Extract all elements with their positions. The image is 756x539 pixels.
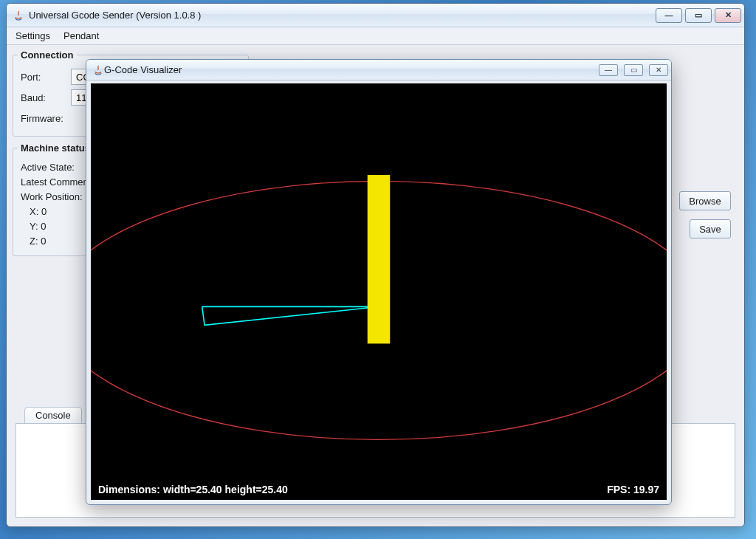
machine-status-legend: Machine status — [18, 143, 93, 154]
toolpath-svg — [91, 83, 667, 500]
save-button[interactable]: Save — [690, 219, 731, 238]
window-controls: — ▭ ✕ — [656, 8, 741, 23]
visualizer-canvas[interactable]: Dimensions: width=25.40 height=25.40 FPS… — [91, 83, 667, 500]
visualizer-window: G-Code Visualizer — ▭ ✕ Dimensions: widt… — [86, 59, 672, 505]
menu-pendant[interactable]: Pendant — [59, 29, 103, 43]
fps-readout: FPS: 19.97 — [607, 484, 659, 495]
menu-settings[interactable]: Settings — [11, 29, 55, 43]
bottom-tabs: Console — [24, 402, 82, 424]
file-buttons: Browse Save — [679, 191, 731, 238]
java-icon — [92, 64, 104, 76]
visualizer-minimize-button[interactable]: — — [599, 64, 618, 76]
close-button[interactable]: ✕ — [715, 8, 741, 23]
visualizer-titlebar[interactable]: G-Code Visualizer — ▭ ✕ — [86, 60, 671, 80]
port-label: Port: — [21, 72, 66, 83]
visualizer-close-button[interactable]: ✕ — [649, 64, 668, 76]
visualizer-title: G-Code Visualizer — [104, 64, 182, 75]
svg-rect-1 — [368, 175, 391, 343]
firmware-label: Firmware: — [21, 113, 74, 124]
visualizer-maximize-button[interactable]: ▭ — [624, 64, 643, 76]
baud-label: Baud: — [21, 92, 66, 103]
connection-legend: Connection — [18, 49, 77, 61]
maximize-button[interactable]: ▭ — [685, 8, 712, 23]
menubar: Settings Pendant — [7, 27, 744, 45]
visualizer-window-controls: — ▭ ✕ — [599, 64, 668, 76]
app-title: Universal Gcode Sender (Version 1.0.8 ) — [29, 10, 201, 21]
minimize-button[interactable]: — — [656, 8, 682, 23]
tab-console[interactable]: Console — [24, 407, 82, 425]
dimensions-readout: Dimensions: width=25.40 height=25.40 — [98, 484, 288, 495]
browse-button[interactable]: Browse — [679, 191, 731, 210]
main-titlebar[interactable]: Universal Gcode Sender (Version 1.0.8 ) … — [7, 4, 744, 27]
java-icon — [13, 10, 24, 21]
